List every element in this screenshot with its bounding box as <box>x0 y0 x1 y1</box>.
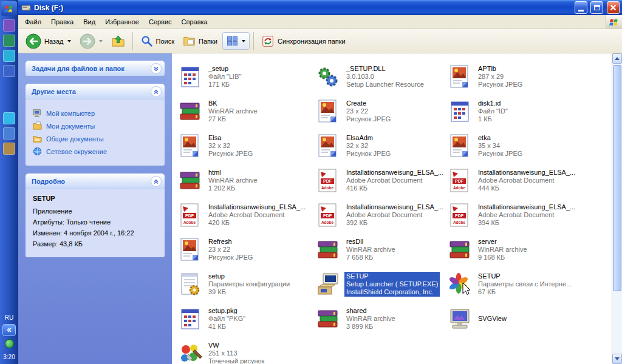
taskbar-app-icon[interactable] <box>3 143 15 155</box>
toolbar-separator <box>253 32 254 50</box>
file-name: ElsaAdm <box>346 134 391 142</box>
panel-header-other-places[interactable]: Другие места <box>26 84 165 99</box>
back-dropdown-icon[interactable] <box>67 40 71 42</box>
language-indicator[interactable]: RU <box>5 314 13 321</box>
file-item[interactable]: Refresh23 x 22Рисунок JPEG <box>178 232 316 267</box>
menu-item[interactable]: Правка <box>46 16 78 27</box>
windows-logo <box>606 15 622 29</box>
winrar-archive-icon <box>178 99 202 124</box>
panel-title: Задачи для файлов и папок <box>32 65 125 72</box>
file-item[interactable]: SETUPSetup Launcher ( SETUP.EXE)InstallS… <box>316 267 448 302</box>
forward-button[interactable] <box>76 31 106 52</box>
title-bar: Disk (F:) <box>18 0 622 15</box>
jpeg-image-icon <box>178 238 202 262</box>
file-item[interactable]: resDllWinRAR archive7 658 КБ <box>316 232 448 267</box>
file-item[interactable]: PDFAdobeInstallationsanweisung_ELSA_...A… <box>178 198 316 232</box>
file-detail-line: Приложение <box>33 207 161 215</box>
file-item[interactable]: setupПараметры конфигурации39 КБ <box>178 267 316 302</box>
start-button[interactable] <box>1 1 17 16</box>
close-icon <box>610 4 617 11</box>
taskbar-app-icon[interactable] <box>3 50 15 62</box>
toolbar-separator <box>132 32 133 50</box>
views-dropdown-icon[interactable] <box>242 40 245 42</box>
forward-dropdown-icon[interactable] <box>99 40 103 42</box>
file-info: Adobe Acrobat Document <box>208 211 306 219</box>
file-item[interactable]: BKWinRAR archive27 КБ <box>178 94 316 129</box>
taskbar-collapse-button[interactable] <box>2 324 16 336</box>
menu-item[interactable]: Вид <box>78 16 100 27</box>
svg-text:Adobe: Adobe <box>453 220 466 224</box>
file-item[interactable]: Elsa32 x 32Рисунок JPEG <box>178 129 316 163</box>
network-places-icon <box>33 147 42 156</box>
menu-item[interactable]: Избранное <box>100 16 144 27</box>
back-button[interactable]: Назад <box>22 31 75 52</box>
sync-button[interactable]: Синхронизация папки <box>258 32 349 50</box>
file-info: 444 КБ <box>478 184 575 192</box>
file-name: disk1.id <box>478 99 508 107</box>
sidebar-place-link[interactable]: Мой компьютер <box>33 109 161 118</box>
sidebar-place-link[interactable]: Общие документы <box>33 134 161 143</box>
sidebar-place-link[interactable]: Сетевое окружение <box>33 147 161 156</box>
file-labels: Installationsanweisung_ELSA_...Adobe Acr… <box>344 203 445 228</box>
tray-status-icon[interactable] <box>5 339 14 348</box>
file-item[interactable]: etka35 x 34Рисунок JPEG <box>448 129 579 163</box>
my-computer-icon <box>33 109 42 118</box>
taskbar-app-icon[interactable] <box>3 35 15 47</box>
chevron-down-icon <box>153 66 159 72</box>
file-info: 1 202 КБ <box>208 184 258 192</box>
vertical-scrollbar[interactable] <box>612 53 622 364</box>
file-item[interactable]: serverWinRAR archive9 168 КБ <box>448 232 579 267</box>
svg-text:PDF: PDF <box>185 214 194 218</box>
panel-header-details[interactable]: Подробно <box>26 174 165 189</box>
scroll-down-button[interactable] <box>612 354 622 364</box>
menu-item[interactable]: Сервис <box>144 16 177 27</box>
winrar-archive-icon <box>316 307 340 331</box>
taskbar-app-icon[interactable] <box>3 112 15 124</box>
scrollbar-track[interactable] <box>612 64 622 354</box>
file-info: 394 КБ <box>478 219 575 227</box>
scrollbar-thumb[interactable] <box>613 65 621 291</box>
scroll-up-button[interactable] <box>612 53 622 64</box>
svg-text:Adobe: Adobe <box>183 220 196 224</box>
file-item[interactable]: SVGView <box>448 302 579 336</box>
file-item[interactable]: PDFAdobeInstallationsanweisung_ELSA_...A… <box>316 198 448 232</box>
file-item[interactable]: Create23 x 22Рисунок JPEG <box>316 94 448 129</box>
panel-header-file-tasks[interactable]: Задачи для файлов и папок <box>26 61 165 76</box>
file-labels: ElsaAdm32 x 32Рисунок JPEG <box>344 133 392 158</box>
selected-file-name: SETUP <box>33 195 161 202</box>
expand-button[interactable] <box>151 63 162 74</box>
taskbar-app-icon[interactable] <box>3 19 15 32</box>
folders-button[interactable]: Папки <box>179 32 221 50</box>
minimize-icon <box>578 10 584 12</box>
file-item[interactable]: VW251 x 113Точечный рисунок <box>178 336 316 364</box>
taskbar-app-icon[interactable] <box>3 65 15 77</box>
file-item[interactable]: _SETUP.DLL3.0.103.0Setup Launcher Resour… <box>316 59 448 94</box>
views-button[interactable] <box>222 32 250 50</box>
collapse-button[interactable] <box>151 176 162 187</box>
file-item[interactable]: htmlWinRAR archive1 202 КБ <box>178 163 316 198</box>
search-button[interactable]: Поиск <box>137 32 178 50</box>
file-item[interactable]: _setupФайл "LIB"171 КБ <box>178 59 316 94</box>
file-detail-line: Атрибуты: Только чтение <box>33 218 161 226</box>
close-button[interactable] <box>607 1 620 14</box>
file-item[interactable]: disk1.idФайл "ID"1 КБ <box>448 94 579 129</box>
collapse-button[interactable] <box>151 86 162 97</box>
file-item[interactable]: APTlb287 x 29Рисунок JPEG <box>448 59 579 94</box>
file-item[interactable]: sharedWinRAR archive3 899 КБ <box>316 302 448 336</box>
minimize-button[interactable] <box>575 1 587 14</box>
folder-up-icon <box>111 34 125 48</box>
file-item[interactable]: PDFAdobeInstallationsanweisung_ELSA_...A… <box>448 198 579 232</box>
file-detail-line: Размер: 43,8 КБ <box>33 240 161 248</box>
file-item[interactable]: ElsaAdm32 x 32Рисунок JPEG <box>316 129 448 163</box>
file-item[interactable]: SETUPПараметры связи с Интерне...67 КБ <box>448 267 579 302</box>
file-item[interactable]: setup.pkgФайл "PKG"41 КБ <box>178 302 316 336</box>
file-item[interactable]: PDFAdobeInstallationsanweisung_ELSA_...A… <box>448 163 579 198</box>
up-button[interactable] <box>108 32 129 50</box>
file-info: Рисунок JPEG <box>346 115 391 123</box>
menu-item[interactable]: Справка <box>177 16 213 27</box>
file-item[interactable]: PDFAdobeInstallationsanweisung_ELSA_...A… <box>316 163 448 198</box>
taskbar-app-icon[interactable] <box>3 127 15 140</box>
maximize-button[interactable] <box>590 1 603 14</box>
sidebar-place-link[interactable]: Мои документы <box>33 121 161 130</box>
menu-item[interactable]: Файл <box>20 16 46 27</box>
